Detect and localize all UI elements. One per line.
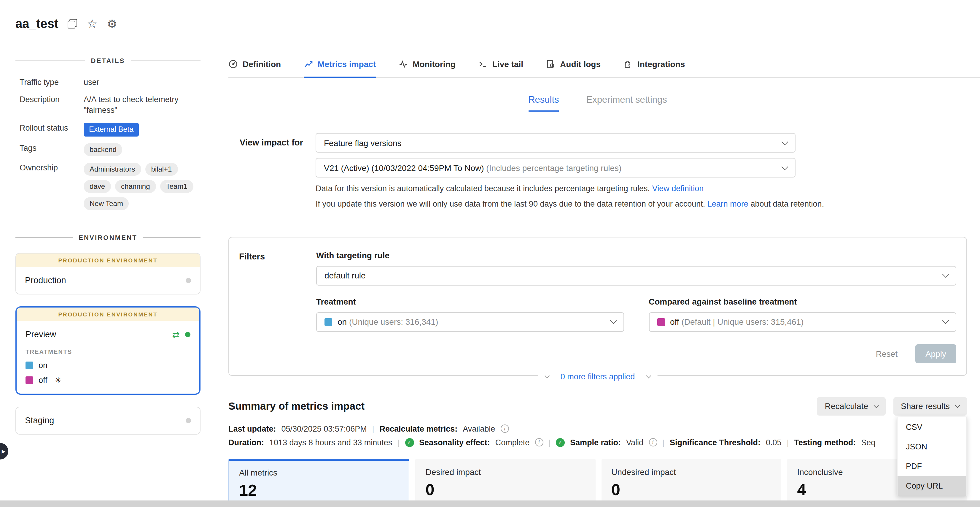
tags-row: Tags backend (16, 143, 200, 156)
chevron-down-icon (781, 163, 788, 170)
tag-pill[interactable]: backend (84, 143, 123, 156)
treatment-select[interactable]: on (Unique users: 316,341) (316, 312, 624, 332)
gear-icon[interactable]: ⚙ (107, 18, 117, 29)
divider-line (16, 238, 73, 238)
reset-button[interactable]: Reset (876, 349, 897, 358)
tab-audit-logs[interactable]: Audit logs (546, 59, 601, 78)
tab-monitoring[interactable]: Monitoring (398, 59, 456, 78)
duration-label: Duration: (228, 438, 264, 447)
owner-pill[interactable]: channing (115, 180, 156, 193)
menu-item-json[interactable]: JSON (897, 437, 966, 456)
version-note: (Includes percentage targeting rules) (486, 163, 621, 172)
metric-card-all-metrics[interactable]: All metrics 12 (228, 459, 410, 507)
tab-definition[interactable]: Definition (228, 59, 281, 78)
baseline-treatment-label: Compared against baseline treatment (649, 297, 956, 306)
divider (787, 438, 789, 447)
info-icon[interactable] (535, 438, 543, 446)
recalculate-metrics-value: Available (463, 424, 495, 433)
duration-value: 1013 days 8 hours and 33 minutes (269, 438, 392, 447)
status-dot-icon (186, 278, 191, 283)
terminal-icon (478, 59, 488, 69)
data-retention-note: If you update this version we will only … (316, 199, 967, 211)
ownership-label: Ownership (16, 163, 84, 173)
star-icon[interactable]: ☆ (87, 18, 98, 30)
page-header: aa_test ☆ ⚙ (16, 17, 117, 31)
version-type-value: Feature flag versions (324, 138, 783, 148)
treatment-legend-on: on (25, 361, 191, 370)
subtab-results[interactable]: Results (528, 94, 559, 112)
menu-item-copy-url[interactable]: Copy URL (897, 476, 966, 496)
page-title: aa_test (16, 17, 59, 31)
tab-bar: Definition Metrics impact Monitoring Liv… (228, 59, 980, 78)
description-row: Description A/A test to check telemetry … (16, 94, 200, 116)
environment-card-preview[interactable]: PRODUCTION ENVIRONMENT Preview ⇄ TREATME… (16, 307, 200, 395)
chevron-down-icon (955, 403, 960, 408)
baseline-detail: (Default | Unique users: 315,461) (681, 317, 803, 327)
copy-icon[interactable] (68, 19, 77, 29)
horizontal-scrollbar[interactable] (0, 501, 980, 507)
chevron-down-icon (781, 138, 788, 145)
info-icon[interactable] (500, 424, 509, 433)
owner-pill[interactable]: Team1 (160, 180, 193, 193)
chevron-down-icon (942, 317, 949, 324)
divider (549, 438, 550, 447)
status-dot-icon (185, 332, 191, 337)
sample-ratio-value: Valid (626, 438, 643, 447)
treatment-value: on (337, 317, 347, 327)
significance-threshold-label: Significance Threshold: (670, 438, 760, 447)
metric-summary-cards: All metrics 12 Desired impact 0 Undesire… (228, 459, 967, 507)
environment-card-staging[interactable]: Staging (16, 407, 200, 435)
divider-line (16, 60, 85, 61)
menu-item-csv[interactable]: CSV (897, 417, 966, 437)
significance-threshold-value: 0.05 (766, 438, 781, 447)
share-results-button[interactable]: Share results (893, 397, 967, 415)
seasonality-label: Seasonality effect: (419, 438, 490, 447)
check-circle-icon (405, 438, 414, 447)
owner-pill[interactable]: Administrators (84, 163, 141, 176)
recalculate-button[interactable]: Recalculate (817, 397, 885, 415)
sample-ratio-label: Sample ratio: (570, 438, 621, 447)
divider (662, 438, 664, 447)
treatment-label: Treatment (316, 297, 624, 306)
environment-section-heading: ENVIRONMENT (16, 234, 200, 241)
owner-pill[interactable]: dave (84, 180, 111, 193)
version-select[interactable]: V21 (Active) (10/03/2022 04:59PM To Now)… (316, 158, 795, 177)
metric-card-undesired-impact[interactable]: Undesired impact 0 (601, 459, 781, 507)
meta-line-1: Last update: 05/30/2025 03:57:06PM Recal… (228, 424, 967, 433)
more-filters-toggle[interactable]: 0 more filters applied (538, 371, 658, 382)
share-results-menu: CSV JSON PDF Copy URL (897, 416, 967, 496)
baseline-treatment-select[interactable]: off (Default | Unique users: 315,461) (649, 312, 956, 332)
apply-button[interactable]: Apply (915, 344, 956, 363)
more-filters-label: 0 more filters applied (561, 372, 635, 381)
chevron-down-icon (544, 373, 549, 378)
tab-label: Integrations (637, 59, 685, 69)
owner-pill[interactable]: New Team (84, 197, 129, 210)
tab-live-tail[interactable]: Live tail (478, 59, 523, 78)
tab-integrations[interactable]: Integrations (623, 59, 685, 78)
view-definition-link[interactable]: View definition (652, 184, 704, 193)
treatment-off-swatch (657, 318, 665, 326)
version-type-select[interactable]: Feature flag versions (316, 133, 795, 153)
sidebar-collapse-button[interactable]: ▶ (0, 443, 8, 459)
main-content: Definition Metrics impact Monitoring Liv… (228, 59, 967, 507)
menu-item-pdf[interactable]: PDF (897, 456, 966, 476)
production-environment-banner: PRODUCTION ENVIRONMENT (16, 254, 200, 268)
environment-name: Preview (25, 330, 172, 339)
treatment-name: off (38, 376, 48, 385)
tab-metrics-impact[interactable]: Metrics impact (304, 59, 376, 78)
tab-label: Definition (243, 59, 281, 69)
targeting-rule-select[interactable]: default rule (316, 266, 956, 285)
metric-card-desired-impact[interactable]: Desired impact 0 (415, 459, 596, 507)
treatments-heading: TREATMENTS (25, 349, 191, 355)
environment-card-production[interactable]: PRODUCTION ENVIRONMENT Production (16, 253, 200, 295)
document-search-icon (546, 59, 555, 69)
learn-more-link[interactable]: Learn more (707, 200, 748, 209)
subtab-experiment-settings[interactable]: Experiment settings (586, 94, 667, 112)
line-chart-icon (304, 59, 313, 69)
rollout-status-row: Rollout status External Beta (16, 123, 200, 136)
owner-pill[interactable]: bilal+1 (145, 163, 178, 176)
rollout-status-badge: External Beta (84, 123, 139, 136)
tab-label: Monitoring (413, 59, 456, 69)
info-icon[interactable] (649, 438, 657, 446)
baseline-value: off (670, 317, 679, 327)
